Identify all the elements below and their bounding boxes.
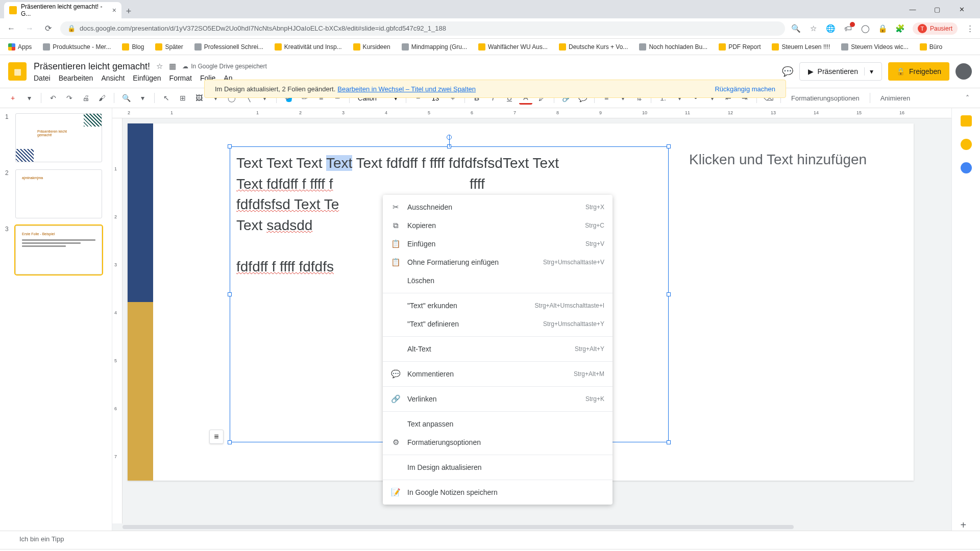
- browser-tab[interactable]: Präsentieren leicht gemacht! - G... ×: [4, 2, 121, 18]
- new-tab-button[interactable]: +: [121, 4, 136, 18]
- horizontal-scrollbar[interactable]: [112, 523, 951, 531]
- puzzle-icon[interactable]: 🧩: [895, 23, 905, 34]
- star-icon[interactable]: ☆: [808, 23, 819, 34]
- profile-avatar[interactable]: [955, 63, 972, 80]
- zoom-icon[interactable]: 🔍: [791, 23, 801, 34]
- bookmark-item[interactable]: Später: [152, 41, 186, 53]
- select-tool-icon[interactable]: ↖: [160, 91, 173, 105]
- url-field[interactable]: 🔒 docs.google.com/presentation/d/1yV372S…: [60, 21, 785, 36]
- bookmark-item[interactable]: Kursideen: [350, 41, 394, 53]
- context-menu-item[interactable]: "Text" definieren Strg+Umschalttaste+Y: [383, 315, 612, 333]
- context-menu-item[interactable]: 📝 In Google Notizen speichern: [383, 483, 612, 502]
- undo-icon[interactable]: ↶: [46, 91, 60, 105]
- bookmark-item[interactable]: Steuern Videos wic...: [838, 41, 912, 53]
- resize-handle[interactable]: [667, 292, 671, 296]
- bookmark-item[interactable]: Mindmapping (Gru...: [399, 41, 470, 53]
- maximize-icon[interactable]: ▢: [929, 6, 945, 13]
- print-icon[interactable]: 🖨: [79, 91, 92, 105]
- extensions-icon[interactable]: 🏷: [843, 23, 853, 34]
- context-menu-item[interactable]: 🔗 Verlinken Strg+K: [383, 390, 612, 408]
- textbox-icon[interactable]: ⊞: [176, 91, 189, 105]
- bookmark-item[interactable]: Noch hochladen Bu...: [636, 41, 710, 53]
- bookmark-item[interactable]: Apps: [5, 41, 35, 53]
- caret-icon[interactable]: ▾: [22, 91, 36, 105]
- bookmark-icon: [920, 43, 927, 51]
- context-menu-item[interactable]: ✂ Ausschneiden Strg+X: [383, 198, 612, 216]
- lock-addon-icon[interactable]: 🔒: [878, 23, 888, 34]
- profile-paused[interactable]: T Pausiert: [913, 22, 958, 35]
- menu-item[interactable]: Format: [169, 74, 192, 82]
- autofit-button[interactable]: ≡: [209, 430, 224, 444]
- menu-item[interactable]: Bearbeiten: [59, 74, 93, 82]
- plus-icon[interactable]: +: [961, 519, 972, 531]
- caret2-icon[interactable]: ▾: [136, 91, 149, 105]
- circle-icon[interactable]: ◯: [861, 23, 871, 34]
- close-tab-icon[interactable]: ×: [112, 6, 116, 14]
- resize-handle[interactable]: [228, 440, 232, 444]
- menu-item[interactable]: Datei: [34, 74, 51, 82]
- reload-icon[interactable]: ⟳: [42, 23, 54, 33]
- undo-link[interactable]: Rückgängig machen: [715, 85, 775, 93]
- bookmark-item[interactable]: Kreativität und Insp...: [272, 41, 345, 53]
- notice-link[interactable]: Bearbeiten in Wechsel – Titel und zwei S…: [337, 85, 476, 93]
- bookmark-item[interactable]: Blog: [119, 41, 147, 53]
- bookmark-item[interactable]: Büro: [917, 41, 945, 53]
- animate-button[interactable]: Animieren: [875, 94, 916, 102]
- star-toggle-icon[interactable]: ☆: [156, 62, 163, 71]
- doc-title[interactable]: Präsentieren leicht gemacht!: [34, 61, 150, 72]
- translate-icon[interactable]: 🌐: [826, 23, 836, 34]
- bookmark-item[interactable]: Deutsche Kurs + Vo...: [556, 41, 631, 53]
- slide-thumbnail[interactable]: Präsentieren leicht gemacht!: [15, 113, 102, 162]
- bookmark-icon: [353, 43, 360, 51]
- bookmark-item[interactable]: Steuern Lesen !!!!: [769, 41, 833, 53]
- speaker-notes[interactable]: Ich bin ein Tipp: [0, 531, 980, 549]
- share-button[interactable]: 🔒 Freigeben: [888, 62, 949, 81]
- close-window-icon[interactable]: ✕: [953, 6, 970, 13]
- slide-thumbnail[interactable]: Erste Folie - Beispiel: [15, 226, 102, 274]
- context-menu-item[interactable]: 📋 Ohne Formatierung einfügen Strg+Umscha…: [383, 253, 612, 271]
- context-menu-item[interactable]: Alt-Text Strg+Alt+Y: [383, 340, 612, 358]
- chevron-down-icon[interactable]: ▾: [864, 67, 873, 76]
- slides-logo[interactable]: ▦: [8, 62, 27, 81]
- bookmark-item[interactable]: Produktsuche - Mer...: [40, 41, 114, 53]
- resize-handle[interactable]: [228, 292, 232, 296]
- forward-icon: →: [23, 24, 36, 33]
- paint-format-icon[interactable]: 🖌: [95, 91, 109, 105]
- avatar-icon: T: [918, 24, 927, 33]
- bookmark-item[interactable]: Wahlfächer WU Aus...: [475, 41, 551, 53]
- bookmark-item[interactable]: Professionell Schrei...: [191, 41, 266, 53]
- collapse-icon[interactable]: ˄: [961, 91, 974, 105]
- comments-icon[interactable]: 💬: [782, 66, 793, 77]
- context-menu-item[interactable]: 📋 Einfügen Strg+V: [383, 235, 612, 253]
- context-menu-item[interactable]: Text anpassen: [383, 415, 612, 433]
- context-menu-item[interactable]: Löschen: [383, 271, 612, 290]
- zoom-tool-icon[interactable]: 🔍: [119, 91, 133, 105]
- resize-handle[interactable]: [667, 440, 671, 444]
- slide-thumbnail[interactable]: ajminakmjma: [15, 169, 102, 218]
- menu-item[interactable]: Einfügen: [133, 74, 161, 82]
- context-menu-item[interactable]: "Text" erkunden Strg+Alt+Umschalttaste+I: [383, 296, 612, 315]
- new-slide-button[interactable]: +: [6, 91, 19, 105]
- keep-icon[interactable]: [961, 139, 972, 150]
- context-menu-item[interactable]: Im Design aktualisieren: [383, 458, 612, 477]
- resize-handle[interactable]: [228, 144, 232, 148]
- back-icon[interactable]: ←: [5, 24, 17, 33]
- redo-icon[interactable]: ↷: [63, 91, 76, 105]
- menu-icon[interactable]: ⋮: [965, 23, 975, 34]
- resize-handle[interactable]: [447, 144, 451, 148]
- present-button[interactable]: ▶ Präsentieren ▾: [799, 62, 882, 81]
- bookmark-item[interactable]: PDF Report: [716, 41, 764, 53]
- menu-item[interactable]: Ansicht: [101, 74, 125, 82]
- menu-item-label: Löschen: [407, 277, 597, 285]
- context-menu-item[interactable]: ⚙ Formatierungsoptionen: [383, 433, 612, 452]
- bookmark-icon: [43, 43, 50, 51]
- resize-handle[interactable]: [667, 144, 671, 148]
- placeholder-text[interactable]: Klicken und Text hinzufügen: [689, 152, 867, 168]
- tasks-icon[interactable]: [961, 162, 972, 173]
- context-menu-item[interactable]: ⧉ Kopieren Strg+C: [383, 216, 612, 235]
- context-menu-item[interactable]: 💬 Kommentieren Strg+Alt+M: [383, 365, 612, 383]
- move-icon[interactable]: ▦: [169, 62, 176, 71]
- calendar-icon[interactable]: [961, 115, 972, 127]
- minimize-icon[interactable]: —: [904, 6, 921, 13]
- format-options-button[interactable]: Formatierungsoptionen: [786, 94, 865, 102]
